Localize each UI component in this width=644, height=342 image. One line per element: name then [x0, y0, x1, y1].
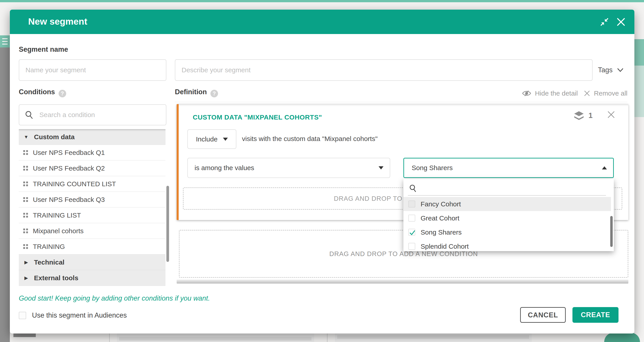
triangle-right-icon: ▶	[23, 260, 29, 265]
condition-search	[19, 104, 166, 125]
background-card-edge	[109, 333, 110, 342]
stack-count-control[interactable]: 1	[574, 111, 592, 120]
triangle-down-icon: ▼	[23, 134, 29, 140]
group-external-tools[interactable]: ▶ External tools	[19, 270, 166, 286]
group-technical[interactable]: ▶ Technical	[19, 254, 166, 270]
layers-icon	[574, 111, 584, 120]
background-card	[117, 333, 314, 342]
remove-condition-icon[interactable]	[607, 110, 616, 119]
cancel-button[interactable]: CANCEL	[520, 307, 566, 323]
collapse-icon[interactable]	[600, 17, 609, 27]
background-card-edge	[327, 333, 328, 342]
condition-item[interactable]: User NPS Feedback Q2	[19, 160, 166, 176]
dropdown-scrollbar[interactable]	[610, 216, 613, 247]
value-select[interactable]: Song Sharers	[404, 158, 614, 178]
background-sidebar	[0, 48, 10, 342]
background-topbar	[0, 0, 644, 2]
eye-off-icon	[522, 90, 531, 97]
background-card	[335, 333, 532, 342]
tags-dropdown[interactable]: Tags	[598, 59, 624, 81]
group-custom-data[interactable]: ▼ Custom data	[19, 129, 166, 145]
operator-select[interactable]: is among the values	[188, 158, 390, 178]
drag-handle-icon	[23, 182, 28, 186]
checkbox-unchecked[interactable]	[19, 312, 26, 319]
screen: New segment Segment name	[0, 0, 644, 342]
drag-handle-icon	[23, 213, 28, 218]
remove-all-label: Remove all	[594, 90, 628, 97]
include-select[interactable]: Include	[188, 129, 236, 149]
help-icon[interactable]: ?	[210, 90, 218, 97]
background-scrollbar	[14, 333, 36, 337]
tags-label: Tags	[598, 66, 612, 74]
remove-all-button[interactable]: Remove all	[584, 90, 628, 97]
drag-handle-icon	[23, 244, 28, 249]
create-button[interactable]: CREATE	[572, 307, 618, 323]
background-header-band	[634, 39, 644, 66]
dialog-title: New segment	[28, 16, 87, 27]
hamburger-menu-icon	[0, 35, 10, 48]
stack-count: 1	[588, 111, 592, 120]
conditions-list: ▼ Custom data User NPS Feedback Q1 User …	[19, 129, 169, 286]
help-floating-button	[604, 332, 640, 342]
definition-title: Definition?	[175, 88, 218, 97]
conditions-scrollbar[interactable]	[166, 186, 169, 262]
value-search-input[interactable]	[421, 184, 606, 192]
help-icon[interactable]: ?	[58, 90, 66, 97]
checkbox-unchecked[interactable]	[408, 215, 415, 222]
condition-search-input[interactable]	[39, 111, 160, 119]
drag-handle-icon	[23, 150, 28, 155]
segment-name-label: Segment name	[19, 46, 68, 54]
search-icon	[24, 110, 34, 120]
close-icon[interactable]	[616, 17, 626, 27]
definition-toolbar: Hide the detail Remove all	[522, 88, 628, 98]
condition-item[interactable]: TRAINING	[19, 239, 166, 254]
conditions-title: Conditions?	[19, 88, 66, 97]
background-header-band-fade	[634, 66, 644, 117]
search-icon	[409, 184, 417, 193]
new-segment-dialog: New segment Segment name	[10, 10, 634, 333]
drag-handle-icon	[23, 166, 28, 171]
caret-up-icon	[602, 166, 607, 169]
caret-down-icon	[378, 166, 384, 169]
checkbox-unchecked[interactable]	[408, 201, 415, 207]
segment-description-input[interactable]	[175, 59, 592, 81]
caret-down-icon	[223, 138, 228, 141]
condition-card-title: CUSTOM DATA "MIXPANEL COHORTS"	[193, 114, 322, 121]
divider	[408, 195, 606, 196]
condition-item[interactable]: TRAINING LIST	[19, 207, 166, 223]
chevron-down-icon	[617, 68, 624, 72]
drag-handle-icon	[23, 197, 28, 202]
condition-item[interactable]: Mixpanel cohorts	[19, 223, 166, 239]
drag-handle-icon	[23, 228, 28, 233]
definition-horizontal-scrollbar[interactable]	[177, 279, 628, 284]
condition-item[interactable]: User NPS Feedback Q1	[19, 145, 166, 160]
dialog-header: New segment	[10, 10, 634, 34]
value-dropdown-panel: Fancy Cohort Great Cohort Song Sharers S…	[404, 179, 614, 251]
option-splendid-cohort[interactable]: Splendid Cohort	[404, 239, 611, 251]
condition-item[interactable]: User NPS Feedback Q3	[19, 192, 166, 207]
audiences-label: Use this segment in Audiences	[32, 311, 127, 319]
condition-phrase: visits with the custom data "Mixpanel co…	[242, 135, 378, 143]
value-search	[409, 183, 606, 194]
progress-tip: Good start! Keep going by adding other c…	[19, 294, 210, 302]
close-icon	[584, 90, 590, 97]
triangle-right-icon: ▶	[23, 275, 29, 281]
add-condition-hint: DRAG AND DROP TO ADD A NEW CONDITION	[330, 250, 478, 258]
option-great-cohort[interactable]: Great Cohort	[404, 211, 611, 225]
hide-detail-label: Hide the detail	[535, 90, 578, 97]
condition-item[interactable]: TRAINING COUNTED LIST	[19, 176, 166, 192]
option-song-sharers[interactable]: Song Sharers	[404, 225, 611, 239]
checkbox-checked[interactable]	[408, 229, 415, 236]
option-fancy-cohort[interactable]: Fancy Cohort	[404, 197, 611, 211]
checkbox-unchecked[interactable]	[408, 243, 415, 250]
check-icon	[409, 229, 416, 236]
audiences-checkbox-row[interactable]: Use this segment in Audiences	[19, 311, 127, 319]
divider	[175, 102, 628, 102]
segment-name-input[interactable]	[19, 59, 166, 81]
hide-detail-button[interactable]: Hide the detail	[522, 90, 578, 97]
